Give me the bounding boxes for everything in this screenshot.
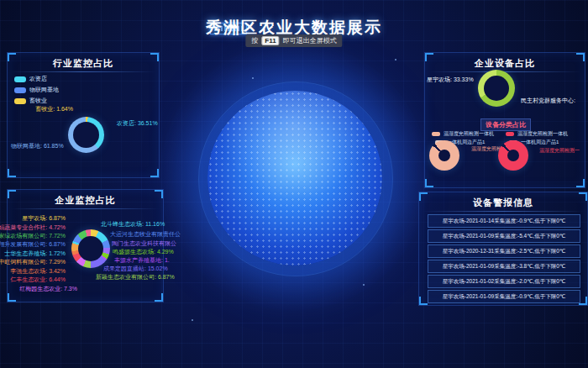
chart-callout: 农资店: 36.51%	[117, 119, 158, 128]
chart-callout: 星宇农场: 6.87%	[22, 214, 66, 223]
chart-callout: 李强生态农场: 3.42%	[10, 267, 66, 276]
chart-callout: 丰源水产养殖基地: 1.	[114, 256, 170, 265]
legend-label: 一体机周边产品1	[521, 139, 559, 146]
panel-title: 设备警报信息	[419, 197, 587, 209]
donut-hole	[73, 122, 99, 148]
decor-dot	[192, 319, 193, 321]
chart-callout: 翔升发展有限公司: 6.87%	[0, 240, 66, 249]
legend-item[interactable]: 农资店	[14, 75, 47, 83]
f11-key-badge: F11	[261, 36, 279, 45]
decor-dot	[395, 59, 396, 60]
donut-hole	[484, 76, 509, 101]
panel-title: 企业监控占比	[8, 194, 163, 207]
legend-swatch	[506, 132, 514, 136]
panel-industry-ratio: 行业监控占比 农资店 物联网基地 畜牧业 畜牧业: 1.64% 农资店: 36.…	[7, 52, 160, 178]
chart-callout: 物联网基地: 61.85%	[11, 142, 63, 150]
device-category-left-donut-chart[interactable]	[429, 140, 459, 171]
legend-item[interactable]: 温湿度光照检测一体机	[506, 130, 568, 138]
legend-swatch	[14, 76, 26, 82]
alarm-row: 星宇农场-2021-01-09采集温度:-5.4℃,低于下限0℃	[428, 229, 580, 243]
legend-label: 畜牧业	[29, 97, 47, 105]
industry-donut-chart[interactable]	[68, 117, 104, 153]
legend-swatch	[14, 98, 26, 104]
hint-prefix: 按	[251, 36, 258, 45]
chart-callout: 成果定园直播站: 15.02%	[103, 265, 168, 273]
legend-swatch	[432, 132, 440, 136]
donut-hole	[438, 150, 450, 161]
alarm-row: 星宇农场-2021-01-14采集温度:-0.9℃,低于下限0℃	[428, 214, 580, 228]
enterprise-device-donut-chart[interactable]	[478, 70, 515, 107]
chart-callout: 大运河生态牧业有限责任公	[110, 230, 181, 239]
panel-title: 企业设备占比	[425, 57, 585, 70]
divider	[11, 71, 155, 72]
alarm-row: 星宇农场-2021-01-09采集温度:-3.8℃,低于下限0℃	[428, 260, 580, 273]
legend-label: 农资店	[29, 75, 47, 83]
legend-item[interactable]: 温湿度光照检测一体机	[432, 130, 494, 138]
alarm-row: 星宇农场-2020-12-31采集温度:-2.5℃,低于下限0℃	[428, 244, 580, 258]
chart-callout: 仁丰生态农业: 6.44%	[10, 276, 66, 284]
legend-swatch	[14, 87, 26, 93]
legend-label: 温湿度光照检测一体机	[517, 130, 568, 138]
chart-callout: 家绿农场有限公司: 7.72%	[0, 232, 66, 240]
decor-dot	[252, 77, 254, 79]
donut-hole	[78, 236, 103, 261]
panel-enterprise-monitor-ratio: 企业监控占比 星宇农场: 6.87% 彩娟蔬菜专业合作社: 4.72% 家绿农场…	[7, 189, 164, 302]
chart-callout: 北斗蜂生态农场: 11.16%	[101, 220, 165, 229]
enterprise-monitor-donut-chart[interactable]	[71, 229, 110, 268]
legend-label: 物联网基地	[29, 86, 59, 94]
chart-callout: 彩娟蔬菜专业合作社: 4.72%	[0, 223, 66, 232]
panel-title: 行业监控占比	[8, 57, 159, 70]
globe	[207, 91, 382, 265]
chart-callout: 鸣盛源生态农场: 4.29%	[113, 248, 174, 256]
fullscreen-hint: 按 F11 即可退出全屏模式	[245, 34, 342, 47]
dashboard: 秀洲区农业大数据展示 按 F11 即可退出全屏模式 行业监控占比 农资店 物联网…	[0, 0, 588, 368]
chart-callout: 士华生态养殖场: 1.72%	[4, 250, 66, 258]
divider	[11, 208, 160, 209]
chart-callout: 温湿度光照检测一	[539, 147, 580, 155]
panel-device-alarms: 设备警报信息 星宇农场-2021-01-14采集温度:-0.9℃,低于下限0℃ …	[418, 192, 588, 306]
legend-item[interactable]: 物联网基地	[14, 86, 59, 94]
alarm-row: 星宇农场-2021-01-02采集温度:-2.0℃,低于下限0℃	[428, 275, 580, 288]
chart-callout: 畜牧业: 1.64%	[19, 105, 73, 113]
alarm-row: 星宇农场-2021-01-09采集温度:-0.9℃,低于下限0℃	[428, 290, 580, 303]
device-category-title: 设备分类占比	[480, 118, 531, 131]
chart-callout: 星宇农场: 33.33%	[427, 76, 472, 84]
legend-label: 温湿度光照检测一体机	[444, 130, 494, 138]
chart-callout: 红梅园生态农业: 7.3%	[19, 285, 77, 293]
chart-callout: 新颖生态农业有限公司: 6.87%	[96, 273, 175, 281]
hint-suffix: 即可退出全屏模式	[283, 36, 337, 45]
chart-callout: 民主村党群服务中心:	[521, 97, 575, 105]
device-category-right-donut-chart[interactable]	[498, 140, 528, 171]
divider	[423, 211, 584, 212]
donut-hole	[507, 150, 519, 161]
chart-callout: 中旺饲料有限公司: 7.29%	[0, 258, 66, 266]
panel-enterprise-device-ratio: 企业设备占比 星宇农场: 33.33% 民主村党群服务中心: 设备分类占比 温湿…	[424, 52, 585, 188]
legend-item[interactable]: 畜牧业	[14, 97, 47, 105]
chart-callout: 陶门生态农业科技有限公	[112, 239, 176, 248]
decor-dot	[363, 284, 365, 286]
